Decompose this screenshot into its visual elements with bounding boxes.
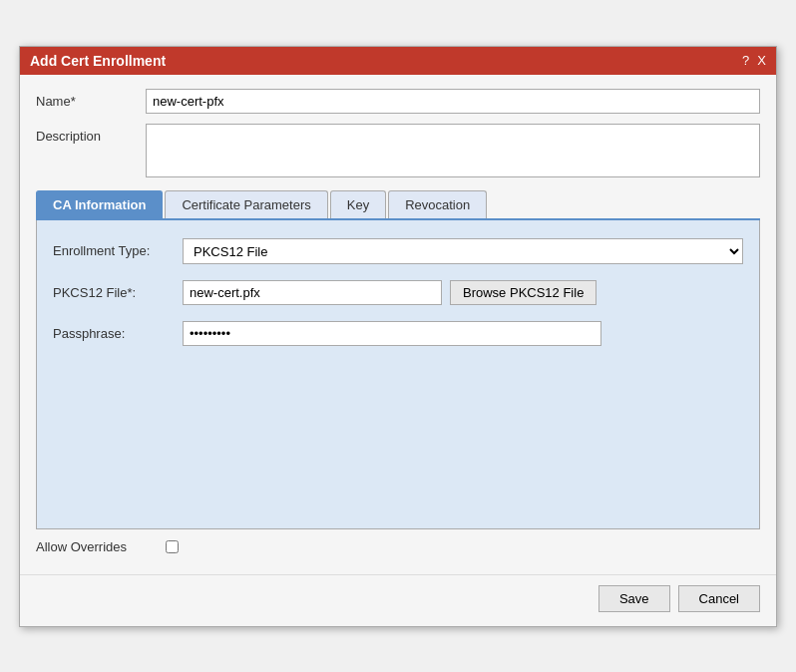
- passphrase-wrap: [183, 321, 743, 346]
- name-field-wrap: [146, 89, 760, 114]
- enrollment-type-select-wrap: PKCS12 File SCEP Manual: [183, 238, 743, 264]
- dialog-title: Add Cert Enrollment: [30, 53, 166, 69]
- enrollment-type-select[interactable]: PKCS12 File SCEP Manual: [183, 238, 743, 264]
- description-label: Description: [36, 124, 146, 144]
- allow-overrides-row: Allow Overrides: [36, 529, 760, 560]
- pkcs12-file-row: PKCS12 File*: Browse PKCS12 File: [53, 280, 743, 305]
- name-input[interactable]: [146, 89, 760, 114]
- enrollment-type-row: Enrollment Type: PKCS12 File SCEP Manual: [53, 238, 743, 264]
- close-icon[interactable]: X: [757, 53, 766, 68]
- tabs: CA Information Certificate Parameters Ke…: [36, 190, 760, 220]
- browse-pkcs12-button[interactable]: Browse PKCS12 File: [450, 280, 597, 305]
- titlebar-controls: ? X: [742, 53, 766, 68]
- tab-key[interactable]: Key: [330, 190, 386, 218]
- allow-overrides-label: Allow Overrides: [36, 539, 166, 554]
- name-row: Name*: [36, 89, 760, 114]
- allow-overrides-checkbox[interactable]: [166, 540, 179, 553]
- enrollment-type-wrap: PKCS12 File SCEP Manual: [183, 238, 743, 264]
- description-field-wrap: [146, 124, 760, 180]
- add-cert-enrollment-dialog: Add Cert Enrollment ? X Name* Descriptio…: [19, 46, 777, 627]
- description-input[interactable]: [146, 124, 760, 177]
- cancel-button[interactable]: Cancel: [678, 585, 760, 612]
- tab-certificate-parameters[interactable]: Certificate Parameters: [165, 190, 327, 218]
- name-label: Name*: [36, 89, 146, 109]
- dialog-titlebar: Add Cert Enrollment ? X: [20, 47, 776, 75]
- passphrase-input[interactable]: [183, 321, 601, 346]
- pkcs12-file-label: PKCS12 File*:: [53, 285, 183, 300]
- help-icon[interactable]: ?: [742, 53, 749, 68]
- tab-revocation[interactable]: Revocation: [388, 190, 487, 218]
- passphrase-label: Passphrase:: [53, 326, 183, 341]
- tab-ca-information[interactable]: CA Information: [36, 190, 163, 218]
- dialog-footer: Save Cancel: [20, 574, 776, 626]
- enrollment-type-label: Enrollment Type:: [53, 243, 183, 258]
- save-button[interactable]: Save: [598, 585, 670, 612]
- dialog-body: Name* Description CA Information Certifi…: [20, 75, 776, 574]
- passphrase-row: Passphrase:: [53, 321, 743, 346]
- pkcs12-file-wrap: Browse PKCS12 File: [183, 280, 743, 305]
- description-row: Description: [36, 124, 760, 180]
- tab-content-ca-information: Enrollment Type: PKCS12 File SCEP Manual…: [36, 220, 760, 529]
- pkcs12-file-input[interactable]: [183, 280, 442, 305]
